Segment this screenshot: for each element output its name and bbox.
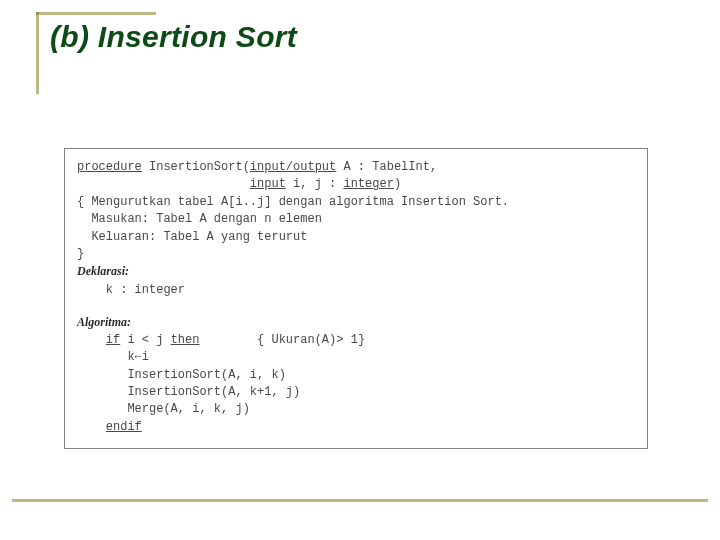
code-line: Merge(A, i, k, j) [77,401,635,418]
slide-title: (b) Insertion Sort [50,20,297,54]
blank-line [77,299,635,313]
code-text: i, j : [286,177,344,191]
code-line: k←i [77,349,635,366]
code-text [77,177,250,191]
code-text: ) [394,177,401,191]
kw-input: input [250,177,286,191]
code-text: InsertionSort( [142,160,250,174]
section-deklarasi: Deklarasi: [77,264,129,278]
code-line: InsertionSort(A, i, k) [77,367,635,384]
code-line: endif [77,419,635,436]
comment-line: Keluaran: Tabel A yang terurut [77,229,635,246]
kw-endif: endif [106,420,142,434]
comment-line: Masukan: Tabel A dengan n elemen [77,211,635,228]
code-line: procedure InsertionSort(input/output A :… [77,159,635,176]
code-text: i < j [120,333,170,347]
comment-line: { Mengurutkan tabel A[i..j] dengan algor… [77,194,635,211]
corner-rule-horizontal [36,12,156,15]
code-line: input i, j : integer) [77,176,635,193]
code-line: k : integer [77,282,635,299]
comment-line: } [77,246,635,263]
slide-frame: (b) Insertion Sort procedure InsertionSo… [0,0,720,502]
section-algoritma: Algoritma: [77,315,131,329]
slide: (b) Insertion Sort procedure InsertionSo… [0,0,720,540]
kw-procedure: procedure [77,160,142,174]
kw-then: then [171,333,200,347]
kw-integer: integer [343,177,393,191]
code-box: procedure InsertionSort(input/output A :… [64,148,648,449]
code-text [77,333,106,347]
code-text [77,420,106,434]
code-line: if i < j then { Ukuran(A)> 1} [77,332,635,349]
kw-if: if [106,333,120,347]
code-text: A : TabelInt, [336,160,437,174]
kw-input-output: input/output [250,160,336,174]
bottom-rule [12,499,708,502]
code-comment: { Ukuran(A)> 1} [199,333,365,347]
code-line: InsertionSort(A, k+1, j) [77,384,635,401]
corner-rule-vertical [36,12,39,94]
